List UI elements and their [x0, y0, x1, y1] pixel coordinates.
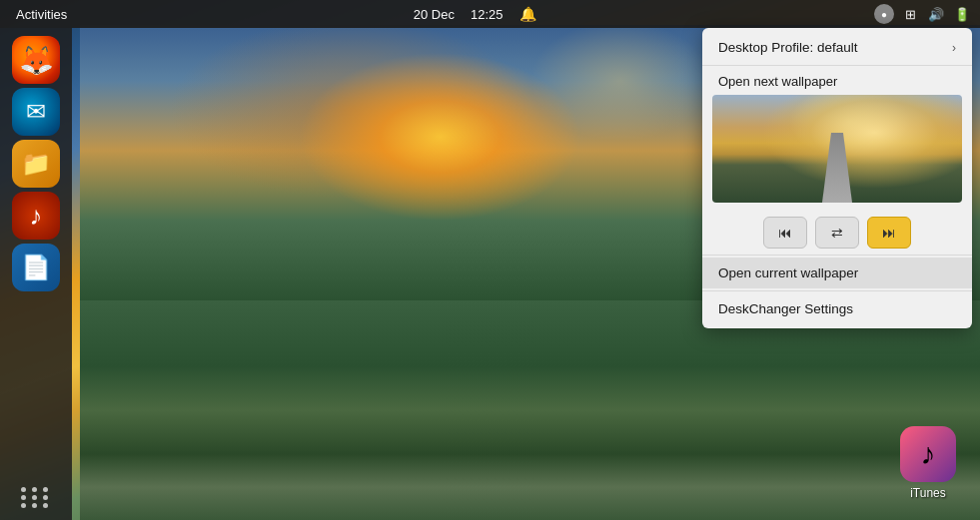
itunes-label: iTunes — [910, 486, 946, 500]
sidebar-item-rhythmbox[interactable] — [12, 192, 60, 240]
prev-icon: ⏮ — [778, 225, 792, 241]
battery-icon[interactable]: 🔋 — [952, 4, 972, 24]
next-wallpaper-button[interactable]: ⏭ — [867, 217, 911, 249]
topbar-center: 20 Dec 12:25 🔔 — [75, 6, 874, 22]
open-current-label: Open current wallpaper — [718, 265, 858, 280]
desktop-profile-label: Desktop Profile: default — [718, 40, 858, 55]
menu-separator-3 — [702, 290, 972, 291]
user-avatar[interactable]: ● — [874, 4, 894, 24]
activities-button[interactable]: Activities — [8, 0, 75, 28]
topbar: Activities 20 Dec 12:25 🔔 ● ⊞ 🔊 🔋 — [0, 0, 980, 28]
itunes-desktop-icon[interactable]: ♪ iTunes — [896, 426, 960, 500]
sidebar — [0, 28, 72, 520]
chevron-right-icon: › — [952, 41, 956, 55]
controls-row: ⏮ ⇄ ⏭ — [702, 211, 972, 253]
topbar-right: ● ⊞ 🔊 🔋 — [874, 4, 972, 24]
volume-icon[interactable]: 🔊 — [926, 4, 946, 24]
network-icon[interactable]: ⊞ — [900, 4, 920, 24]
activities-label: Activities — [16, 7, 67, 22]
menu-separator-1 — [702, 65, 972, 66]
settings-label: DeskChanger Settings — [718, 301, 853, 316]
next-wallpaper-label: Open next wallpaper — [712, 74, 962, 89]
next-icon: ⏭ — [882, 225, 896, 241]
wallpaper-section: Open next wallpaper — [702, 68, 972, 211]
wallpaper-preview — [712, 95, 962, 203]
sidebar-item-files[interactable] — [12, 140, 60, 188]
shuffle-wallpaper-button[interactable]: ⇄ — [815, 217, 859, 249]
sidebar-item-libreoffice[interactable] — [12, 244, 60, 291]
notification-icon[interactable]: 🔔 — [519, 6, 536, 22]
app-grid-button[interactable] — [21, 487, 51, 508]
sidebar-item-thunderbird[interactable] — [12, 88, 60, 136]
sidebar-item-firefox[interactable] — [12, 36, 60, 84]
itunes-icon-image: ♪ — [900, 426, 956, 482]
shuffle-icon: ⇄ — [831, 225, 843, 241]
deskchanger-dropdown: Desktop Profile: default › Open next wal… — [702, 28, 972, 328]
desktop-profile-item[interactable]: Desktop Profile: default › — [702, 32, 972, 63]
topbar-date: 20 Dec — [414, 7, 455, 22]
deskchanger-settings-item[interactable]: DeskChanger Settings — [702, 293, 972, 324]
open-current-wallpaper-item[interactable]: Open current wallpaper — [702, 258, 972, 288]
menu-separator-2 — [702, 255, 972, 256]
topbar-time: 12:25 — [471, 7, 503, 22]
prev-wallpaper-button[interactable]: ⏮ — [763, 217, 807, 249]
